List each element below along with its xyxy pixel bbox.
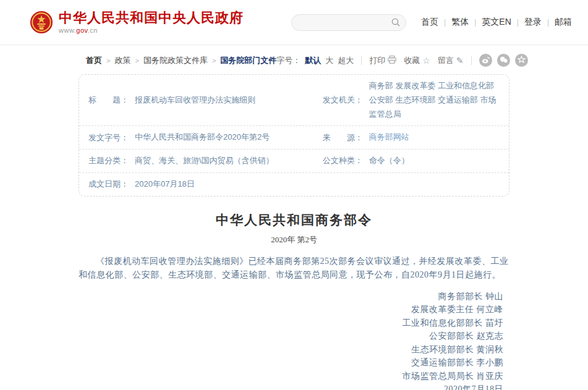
fontsize-label: 字号： — [276, 55, 300, 66]
search-box — [291, 14, 406, 31]
doc-number: 2020年 第2号 — [79, 234, 509, 245]
breadcrumb-policy[interactable]: 政策 — [114, 55, 130, 66]
signature-line: 市场监管总局局长 肖亚庆 — [79, 370, 503, 383]
document-meta-table: 标 题： 报废机动车回收管理办法实施细则 发文机关： 商务部 发展改革委 工业和… — [79, 74, 509, 197]
header-right: 首页| 繁体| 英文EN| 登录| 邮箱 — [291, 14, 572, 31]
search-icon[interactable] — [391, 17, 401, 30]
nav-link-login[interactable]: 登录 — [524, 17, 542, 28]
fontsize-default[interactable]: 默认 — [305, 55, 321, 66]
weibo-icon — [481, 55, 490, 66]
nav-link-mail[interactable]: 邮箱 — [555, 17, 572, 28]
fontsize-control: 字号： 默认 大 超大 — [276, 55, 354, 66]
chevron-right-icon: > — [106, 57, 110, 64]
nav-link-english[interactable]: 英文EN — [482, 17, 511, 28]
wechat-share-button[interactable] — [497, 54, 510, 67]
top-nav: 首页| 繁体| 英文EN| 登录| 邮箱 — [421, 17, 572, 28]
table-row: 主题分类： 商贸、海关、旅游\国内贸易（含供销） 公文种类： 命令（令） — [79, 149, 509, 172]
site-header: 中华人民共和国中央人民政府 www.gov.cn 首页| 繁体| 英文EN| 登… — [0, 0, 588, 45]
signature-line: 交通运输部部长 李小鹏 — [79, 356, 503, 370]
breadcrumb: 首页> 政策> 国务院政策文件库> 国务院部门文件 — [86, 55, 276, 66]
nav-link-traditional[interactable]: 繁体 — [451, 17, 469, 28]
breadcrumb-home[interactable]: 首页 — [86, 55, 102, 66]
signature-line: 商务部部长 钟山 — [79, 290, 503, 303]
breadcrumb-department-documents[interactable]: 国务院部门文件 — [220, 55, 276, 66]
breadcrumb-toolbar-row: 首页> 政策> 国务院政策文件库> 国务院部门文件 字号： 默认 大 超大 打印… — [79, 54, 509, 67]
meta-value-title: 报废机动车回收管理办法实施细则 — [135, 93, 255, 108]
page-tools: 字号： 默认 大 超大 打印 收藏 ☆ 留言 ✎ — [276, 54, 527, 67]
pencil-icon: ✎ — [456, 56, 464, 66]
star-icon: ☆ — [422, 56, 430, 66]
weibo-share-button[interactable] — [479, 54, 492, 67]
site-logo[interactable]: 中华人民共和国中央人民政府 www.gov.cn — [30, 11, 244, 34]
meta-value-issue-date: 2020年07月18日 — [135, 177, 195, 192]
fontsize-xlarge[interactable]: 超大 — [338, 55, 354, 66]
meta-label-title: 标 题： — [88, 95, 129, 106]
signature-block: 商务部部长 钟山 发展改革委主任 何立峰 工业和信息化部部长 苗圩 公安部部长 … — [79, 290, 509, 390]
print-button[interactable]: 打印 — [369, 55, 396, 66]
site-url: www.gov.cn — [59, 27, 244, 34]
printer-icon — [388, 56, 396, 66]
meta-label-topic-category: 主题分类： — [88, 155, 129, 166]
more-share-button[interactable] — [515, 54, 528, 67]
meta-value-issuing-agency: 商务部 发展改革委 工业和信息化部 公安部 生态环境部 交通运输部 市场监管总局 — [369, 79, 501, 121]
table-row: 标 题： 报废机动车回收管理办法实施细则 发文机关： 商务部 发展改革委 工业和… — [79, 75, 509, 125]
fontsize-large[interactable]: 大 — [325, 55, 333, 66]
meta-label-issuing-agency: 发文机关： — [323, 95, 363, 106]
search-input[interactable] — [291, 14, 406, 31]
signature-line: 发展改革委主任 何立峰 — [79, 303, 503, 316]
chevron-right-icon: > — [135, 57, 138, 64]
divider — [361, 56, 362, 65]
signature-line: 公安部部长 赵克志 — [79, 329, 503, 343]
document-body: 中华人民共和国商务部令 2020年 第2号 《报废机动车回收管理办法实施细则》已… — [79, 211, 509, 390]
doc-paragraph: 《报废机动车回收管理办法实施细则》已经本届商务部第25次部务会议审议通过，并经发… — [79, 255, 509, 282]
doc-title: 中华人民共和国商务部令 — [79, 211, 509, 229]
site-title: 中华人民共和国中央人民政府 — [59, 11, 244, 25]
meta-value-doc-number: 中华人民共和国商务部令2020年第2号 — [135, 130, 270, 145]
meta-label-issue-date: 成文日期： — [88, 179, 129, 190]
signature-line: 生态环境部部长 黄润秋 — [79, 343, 503, 357]
nav-link-home[interactable]: 首页 — [421, 17, 438, 28]
meta-label-source: 来 源： — [323, 132, 363, 143]
share-star-icon — [517, 55, 526, 66]
comment-button[interactable]: 留言 ✎ — [438, 55, 464, 66]
chevron-right-icon: > — [212, 57, 216, 64]
meta-source-link[interactable]: 商务部网站 — [369, 130, 409, 145]
table-row: 发文字号： 中华人民共和国商务部令2020年第2号 来 源： 商务部网站 — [79, 125, 509, 149]
signature-date: 2020年7月18日 — [79, 383, 503, 390]
national-emblem-icon — [30, 11, 53, 34]
meta-label-doc-type: 公文种类： — [323, 155, 363, 166]
wechat-icon — [499, 55, 508, 66]
table-row: 成文日期： 2020年07月18日 — [79, 172, 509, 196]
meta-label-doc-number: 发文字号： — [88, 132, 129, 143]
meta-value-doc-type: 命令（令） — [369, 154, 409, 168]
divider — [471, 56, 472, 65]
meta-value-topic-category: 商贸、海关、旅游\国内贸易（含供销） — [135, 154, 274, 168]
signature-line: 工业和信息化部部长 苗圩 — [79, 316, 503, 330]
breadcrumb-policy-library[interactable]: 国务院政策文件库 — [143, 55, 208, 66]
favorite-button[interactable]: 收藏 ☆ — [404, 55, 430, 66]
